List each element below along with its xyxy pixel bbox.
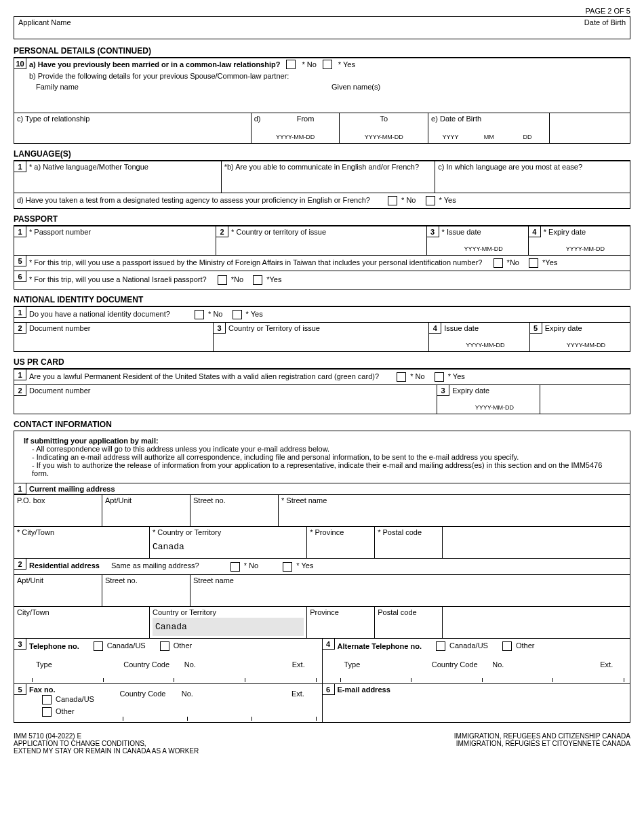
natid-issue-input[interactable] <box>444 332 526 342</box>
passport-expiry-input[interactable] <box>544 236 627 245</box>
natid-country-input[interactable] <box>228 332 426 350</box>
contact-box: If submitting your application by mail: … <box>14 431 630 722</box>
r-streetno-input[interactable] <box>105 584 187 605</box>
natid-country-label: Country or Territory of issue <box>228 324 426 332</box>
country-value[interactable]: Canada <box>153 536 304 552</box>
taiwan-yes-checkbox[interactable] <box>529 258 538 268</box>
pr-3-number: 3 <box>437 385 449 396</box>
po-input[interactable] <box>17 504 99 525</box>
fax-caus-label: Canada/US <box>56 695 94 703</box>
natid-docnum-input[interactable] <box>29 332 210 350</box>
uspr-yes-checkbox[interactable] <box>435 372 444 382</box>
r-province-input[interactable] <box>310 616 371 637</box>
residential-label: Residential address <box>29 561 100 570</box>
test-no-checkbox[interactable] <box>388 196 397 205</box>
r-postal-input[interactable] <box>378 616 439 637</box>
israeli-yes-label: *Yes <box>266 275 281 283</box>
same-no-checkbox[interactable] <box>230 562 240 572</box>
test-question-label: d) Have you taken a test from a designat… <box>17 196 370 204</box>
atel-caus-label: Canada/US <box>449 641 488 650</box>
r-apt-label: Apt/Unit <box>17 576 99 584</box>
natid-docnum-label: Document number <box>29 324 210 332</box>
taiwan-no-label: *No <box>507 258 519 266</box>
family-name-input[interactable] <box>36 91 331 111</box>
given-names-label: Given name(s) <box>331 83 627 91</box>
r-apt-input[interactable] <box>17 584 99 605</box>
mail-note-3: If you wish to authorize the release of … <box>32 461 620 477</box>
atel-ext-label: Ext. <box>600 660 627 669</box>
applicant-name-label: Applicant Name <box>18 18 71 37</box>
natid-no-checkbox[interactable] <box>195 310 204 319</box>
uspr-expiry-input[interactable] <box>452 395 536 404</box>
uspr-docnum-input[interactable] <box>29 395 434 412</box>
r-city-input[interactable] <box>17 616 146 637</box>
footer: IMM 5710 (04-2022) E APPLICATION TO CHAN… <box>14 732 630 755</box>
r-streetname-input[interactable] <box>193 584 627 605</box>
city-input[interactable] <box>17 536 146 557</box>
natid-issue-label: Issue date <box>444 324 526 332</box>
passport-expiry-label: * Expiry date <box>544 228 627 236</box>
streetno-input[interactable] <box>193 504 275 525</box>
fax-caus-checkbox[interactable] <box>42 695 52 704</box>
streetname-input[interactable] <box>281 504 627 525</box>
q10a-yes-checkbox[interactable] <box>323 60 332 69</box>
nid-5-number: 5 <box>530 323 542 334</box>
passport-number-input[interactable] <box>29 236 213 254</box>
from-date-input[interactable] <box>254 123 337 134</box>
israeli-no-checkbox[interactable] <box>218 275 227 285</box>
israeli-no-label: *No <box>231 275 243 283</box>
mail-note-1: All correspondence will go to this addre… <box>32 445 620 453</box>
ease-lang-input[interactable] <box>438 171 627 191</box>
passport-issue-input[interactable] <box>442 236 525 245</box>
taiwan-no-checkbox[interactable] <box>494 258 503 268</box>
q10a-yes-label: * Yes <box>338 60 355 68</box>
pp-5-number: 5 <box>14 256 26 266</box>
tel-4-number: 4 <box>323 639 335 650</box>
prev-dob-input[interactable] <box>431 123 546 134</box>
native-lang-input[interactable] <box>29 171 218 191</box>
nid-issue-hint: YYYY-MM-DD <box>444 342 526 349</box>
pp-4-number: 4 <box>529 226 541 237</box>
tel-3-number: 3 <box>14 639 26 650</box>
uspr-docnum-label: Document number <box>29 386 434 395</box>
section-personal: PERSONAL DETAILS (CONTINUED) <box>14 45 630 58</box>
streetno-label: Street no. <box>193 496 275 504</box>
section-languages: LANGUAGE(S) <box>14 148 630 161</box>
q10a-no-checkbox[interactable] <box>286 60 296 69</box>
given-names-input[interactable] <box>331 91 627 111</box>
email-input[interactable] <box>338 694 628 721</box>
natid-yes-checkbox[interactable] <box>233 310 242 319</box>
uspr-no-checkbox[interactable] <box>397 372 406 382</box>
section-passport: PASSPORT <box>14 213 630 226</box>
country-label: * Country or Territory <box>153 528 304 536</box>
relationship-type-input[interactable] <box>17 123 248 142</box>
tel-type-label: Type <box>29 660 123 669</box>
israeli-yes-checkbox[interactable] <box>253 275 262 285</box>
apt-input[interactable] <box>105 504 187 525</box>
natid-expiry-input[interactable] <box>545 332 627 342</box>
tel-caus-checkbox[interactable] <box>94 641 103 651</box>
pr-2-number: 2 <box>14 385 26 396</box>
communicate-input[interactable] <box>224 171 432 191</box>
tel-other-checkbox[interactable] <box>160 641 169 651</box>
atel-caus-checkbox[interactable] <box>436 641 445 651</box>
relationship-type-label: c) Type of relationship <box>17 115 248 123</box>
fax-5-number: 5 <box>14 684 26 695</box>
to-date-input[interactable] <box>342 123 425 134</box>
same-yes-checkbox[interactable] <box>283 562 292 572</box>
section-contact: CONTACT INFORMATION <box>14 418 630 431</box>
native-lang-label: * a) Native language/Mother Tongue <box>29 163 218 171</box>
alt-telephone-label: Alternate Telephone no. <box>338 642 422 650</box>
test-yes-label: * Yes <box>439 196 456 204</box>
languages-box: 1 * a) Native language/Mother Tongue *b)… <box>14 161 630 209</box>
test-yes-checkbox[interactable] <box>426 196 435 205</box>
r-country-value: Canada <box>153 618 304 636</box>
fax-other-checkbox[interactable] <box>42 707 52 717</box>
d-label: d) <box>254 115 275 123</box>
personal-box: 10 a) Have you previously been married o… <box>14 58 630 144</box>
postal-input[interactable] <box>378 536 439 557</box>
province-input[interactable] <box>310 536 371 557</box>
passport-country-input[interactable] <box>231 236 423 254</box>
atel-other-checkbox[interactable] <box>502 641 512 651</box>
natid-expiry-label: Expiry date <box>545 324 627 332</box>
